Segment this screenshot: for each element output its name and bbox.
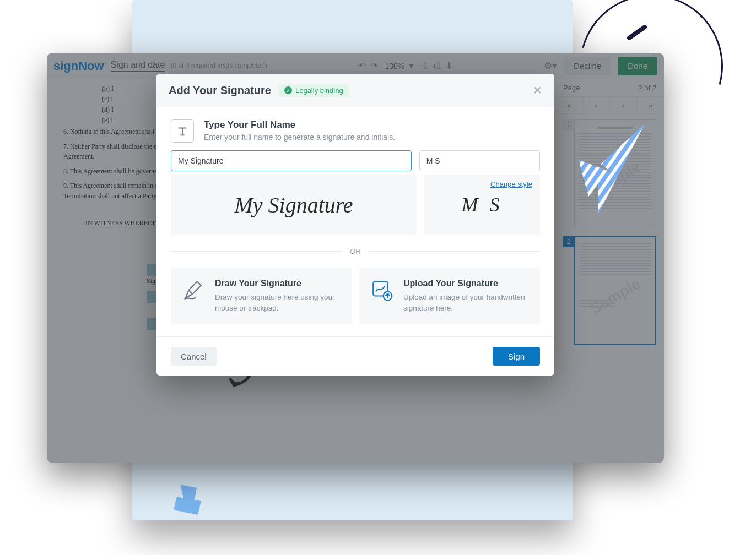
initials-input[interactable] (419, 150, 540, 171)
legally-binding-badge: ✓ Legally binding (279, 84, 349, 97)
alt-cards: Draw Your Signature Draw your signature … (171, 268, 540, 324)
modal-header: Add Your Signature ✓ Legally binding ✕ (156, 74, 554, 107)
signature-preview-text: My Signature (234, 192, 353, 218)
upload-signature-card[interactable]: Upload Your Signature Upload an image of… (359, 268, 540, 324)
signature-preview: My Signature (171, 175, 417, 235)
inputs-row (171, 150, 540, 171)
add-signature-modal: Add Your Signature ✓ Legally binding ✕ T… (156, 74, 554, 376)
preview-row: My Signature Change style M S (171, 175, 540, 235)
sign-button[interactable]: Sign (493, 347, 540, 366)
initials-preview: Change style M S (424, 175, 540, 235)
badge-label: Legally binding (295, 86, 343, 95)
modal-title: Add Your Signature (169, 84, 271, 97)
cancel-button[interactable]: Cancel (171, 347, 217, 366)
check-icon: ✓ (284, 86, 292, 94)
draw-signature-card[interactable]: Draw Your Signature Draw your signature … (171, 268, 352, 324)
decorative-notch-icon (174, 485, 201, 515)
draw-title: Draw Your Signature (215, 279, 341, 289)
type-subtitle: Enter your full name to generate a signa… (204, 133, 395, 142)
upload-title: Upload Your Signature (403, 279, 529, 289)
initials-preview-text: M S (462, 193, 503, 216)
app-window: signNow Sign and date (0 of 0 required f… (47, 53, 664, 463)
close-button[interactable]: ✕ (533, 84, 542, 97)
upload-icon (370, 279, 393, 304)
draw-subtitle: Draw your signature here using your mous… (215, 292, 341, 313)
type-section-head: Type Your Full Name Enter your full name… (171, 119, 540, 143)
change-style-link[interactable]: Change style (490, 180, 532, 188)
or-label: OR (350, 247, 361, 255)
upload-subtitle: Upload an image of your handwritten sign… (403, 292, 529, 313)
modal-footer: Cancel Sign (156, 336, 554, 376)
full-name-input[interactable] (171, 150, 412, 171)
type-title: Type Your Full Name (204, 119, 395, 130)
pencil-icon (182, 279, 205, 304)
modal-body: Type Your Full Name Enter your full name… (156, 107, 554, 336)
type-icon (171, 119, 194, 143)
or-divider: OR (171, 247, 540, 255)
